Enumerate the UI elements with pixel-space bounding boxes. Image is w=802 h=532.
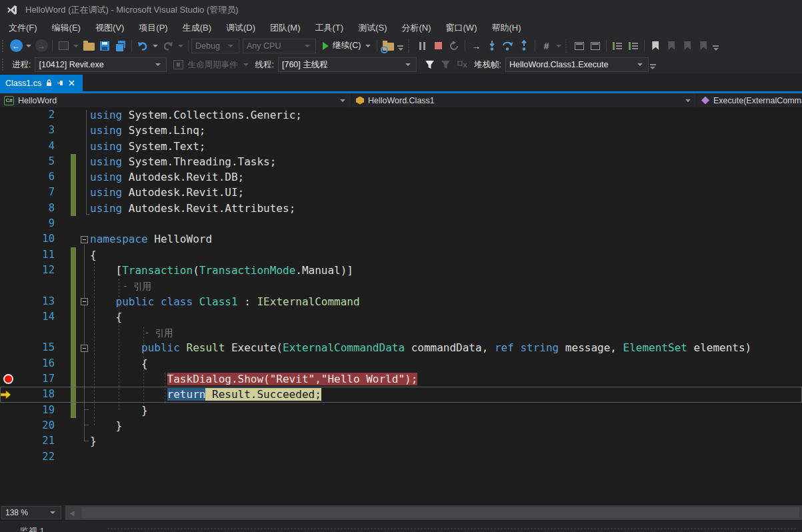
undo-button[interactable] bbox=[135, 38, 151, 54]
code-line-9[interactable]: 9 bbox=[0, 216, 802, 231]
clear-bookmarks-button[interactable] bbox=[695, 38, 711, 54]
stack-frame-combobox[interactable]: HelloWord.Class1.Execute bbox=[505, 57, 649, 72]
fold-collapse-box[interactable] bbox=[79, 231, 90, 247]
restart-button[interactable] bbox=[446, 38, 462, 54]
code-line-10[interactable]: 10namespace HelloWord bbox=[0, 231, 802, 247]
navigate-back-dropdown[interactable] bbox=[26, 45, 31, 47]
breakpoint-glyph[interactable] bbox=[0, 371, 20, 387]
fold-collapse-box[interactable] bbox=[79, 294, 90, 309]
glyph-margin[interactable] bbox=[0, 449, 20, 465]
continue-button[interactable]: 继续(C) bbox=[321, 38, 374, 54]
prev-bookmark-button[interactable] bbox=[663, 38, 679, 54]
code-line-13[interactable]: 13 public class Class1 : IExternalComman… bbox=[0, 294, 802, 309]
pause-button[interactable] bbox=[414, 38, 430, 54]
glyph-margin[interactable] bbox=[0, 169, 20, 185]
glyph-margin[interactable] bbox=[0, 309, 20, 325]
find-in-files-button[interactable] bbox=[380, 38, 396, 54]
code-line-codelens[interactable]: - 引用 bbox=[0, 325, 802, 340]
pin-icon[interactable] bbox=[57, 79, 64, 87]
code-line-22[interactable]: 22 bbox=[0, 449, 802, 465]
filter-threads-button[interactable] bbox=[422, 57, 438, 73]
member-dropdown[interactable]: Execute(ExternalComma bbox=[697, 93, 802, 107]
lifecycle-events-button[interactable]: 生命周期事件 bbox=[187, 59, 237, 71]
glyph-margin[interactable] bbox=[0, 185, 20, 200]
indent-decrease-button[interactable] bbox=[609, 38, 625, 54]
menu-view[interactable]: 视图(V) bbox=[88, 20, 131, 36]
new-project-button[interactable] bbox=[55, 38, 71, 54]
save-button[interactable] bbox=[97, 38, 113, 54]
code-editor[interactable]: 2using System.Collections.Generic;3using… bbox=[0, 107, 802, 505]
toolbar-grip[interactable] bbox=[2, 40, 6, 52]
glyph-margin[interactable] bbox=[0, 247, 20, 263]
menu-team[interactable]: 团队(M) bbox=[263, 20, 308, 36]
show-next-statement-button[interactable] bbox=[468, 38, 484, 54]
code-line-16[interactable]: 16 { bbox=[0, 356, 802, 371]
tab-class1cs[interactable]: Class1.cs bbox=[0, 75, 83, 91]
menu-window[interactable]: 窗口(W) bbox=[439, 20, 485, 36]
stop-debugging-button[interactable] bbox=[430, 38, 446, 54]
undo-dropdown[interactable] bbox=[153, 45, 158, 47]
solution-config-combobox[interactable]: Debug bbox=[191, 39, 239, 53]
glyph-margin[interactable] bbox=[0, 231, 20, 247]
breakpoints-window-button[interactable] bbox=[571, 38, 587, 54]
code-line-19[interactable]: 19 } bbox=[0, 403, 802, 418]
menu-edit[interactable]: 编辑(E) bbox=[45, 20, 88, 36]
glyph-margin[interactable] bbox=[0, 340, 20, 355]
horizontal-scrollbar[interactable] bbox=[65, 505, 802, 520]
glyph-margin[interactable] bbox=[0, 139, 20, 154]
glyph-margin[interactable] bbox=[0, 325, 20, 340]
flagged-threads-button[interactable] bbox=[454, 57, 470, 73]
code-line-17[interactable]: 17 TaskDialog.Show("Revit","Hello World"… bbox=[0, 371, 802, 387]
glyph-margin[interactable] bbox=[0, 201, 20, 216]
code-line-18[interactable]: 18 return Result.Succeeded; bbox=[0, 387, 802, 402]
glyph-margin[interactable] bbox=[0, 278, 20, 293]
menu-file[interactable]: 文件(F) bbox=[1, 20, 45, 36]
menu-debug[interactable]: 调试(D) bbox=[219, 20, 263, 36]
menu-tools[interactable]: 工具(T) bbox=[308, 20, 351, 36]
code-line-21[interactable]: 21} bbox=[0, 433, 802, 449]
code-line-8[interactable]: 8using Autodesk.Revit.Attributes; bbox=[0, 201, 802, 216]
glyph-margin[interactable] bbox=[0, 216, 20, 231]
type-dropdown[interactable]: HelloWord.Class1 bbox=[352, 93, 697, 107]
step-out-button[interactable] bbox=[516, 38, 532, 54]
toggle-bookmark-button[interactable] bbox=[647, 38, 663, 54]
bookmark-toolbar-overflow[interactable] bbox=[713, 45, 719, 51]
output-window-button[interactable] bbox=[587, 38, 603, 54]
lifecycle-dropdown[interactable] bbox=[243, 63, 249, 66]
redo-button[interactable] bbox=[160, 38, 176, 54]
scroll-left-arrow-icon[interactable] bbox=[69, 509, 75, 517]
menu-project[interactable]: 项目(P) bbox=[131, 20, 175, 36]
scrollbar-thumb[interactable] bbox=[81, 507, 799, 518]
save-all-button[interactable] bbox=[113, 38, 129, 54]
fold-collapse-box[interactable] bbox=[79, 340, 90, 355]
glyph-margin[interactable] bbox=[0, 403, 20, 418]
menu-analyze[interactable]: 分析(N) bbox=[394, 20, 438, 36]
open-file-button[interactable] bbox=[81, 38, 97, 54]
glyph-margin[interactable] bbox=[0, 433, 20, 449]
code-line-3[interactable]: 3using System.Linq; bbox=[0, 123, 802, 138]
glyph-margin[interactable] bbox=[0, 107, 20, 123]
code-line-11[interactable]: 11{ bbox=[0, 247, 802, 263]
code-line-14[interactable]: 14 { bbox=[0, 309, 802, 325]
glyph-margin[interactable] bbox=[0, 263, 20, 278]
glyph-margin[interactable] bbox=[0, 418, 20, 433]
solution-platform-combobox[interactable]: Any CPU bbox=[243, 39, 316, 53]
debug-windows-dropdown[interactable] bbox=[556, 45, 561, 47]
toolbar-overflow-button[interactable] bbox=[397, 45, 403, 51]
project-dropdown[interactable]: HelloWord bbox=[0, 93, 352, 107]
zoom-combobox[interactable]: 138 % bbox=[1, 506, 61, 519]
show-disassembly-button[interactable] bbox=[538, 38, 554, 54]
navigate-forward-button[interactable] bbox=[33, 38, 49, 54]
code-line-20[interactable]: 20 } bbox=[0, 418, 802, 433]
glyph-margin[interactable] bbox=[0, 123, 20, 138]
close-icon[interactable] bbox=[69, 80, 75, 86]
menu-help[interactable]: 帮助(H) bbox=[484, 20, 528, 36]
indent-increase-button[interactable] bbox=[625, 38, 641, 54]
toolbar-grip2[interactable] bbox=[2, 59, 6, 71]
watch-panel-header[interactable]: 监视 1 bbox=[0, 520, 802, 532]
glyph-margin[interactable] bbox=[0, 154, 20, 169]
thread-combobox[interactable]: [760] 主线程 bbox=[278, 57, 417, 72]
menu-test[interactable]: 测试(S) bbox=[351, 20, 394, 36]
step-over-button[interactable] bbox=[500, 38, 516, 54]
new-project-dropdown[interactable] bbox=[73, 45, 79, 47]
